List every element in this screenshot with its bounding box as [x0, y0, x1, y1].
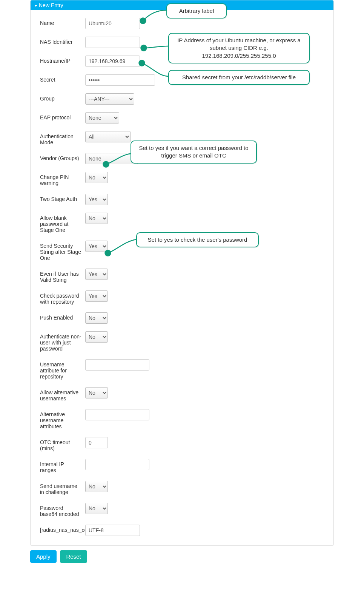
label-nas-identifier: NAS Identifier [40, 37, 85, 45]
allow-blank-select[interactable]: No [85, 213, 108, 224]
label-pwd-b64: Password base64 encoded [40, 503, 85, 517]
eap-select[interactable]: None [85, 112, 119, 124]
label-otc-timeout: OTC timeout (mins) [40, 437, 85, 451]
callout-secret: Shared secret from your /etc/raddb/serve… [168, 70, 310, 85]
apply-button[interactable]: Apply [30, 550, 57, 563]
alt-user-attr-input[interactable] [85, 409, 149, 420]
panel-title: New Entry [39, 2, 63, 8]
change-pin-select[interactable]: No [85, 172, 108, 183]
auth-mode-select[interactable]: All [85, 131, 131, 142]
label-name: Name [40, 18, 85, 26]
label-secret: Secret [40, 74, 85, 83]
panel-body: Arbitrary label IP Address of your Ubunt… [31, 10, 333, 545]
label-even-if-valid: Even if User has Valid String [40, 269, 85, 283]
label-group: Group [40, 93, 85, 102]
label-vendor: Vendor (Groups) [40, 153, 85, 161]
pwd-b64-select[interactable]: No [85, 503, 108, 514]
two-stage-select[interactable]: Yes [85, 194, 108, 205]
caret-down-icon [34, 5, 37, 7]
label-auth-nonuser: Authenticate non-user with just password [40, 331, 85, 352]
label-allow-blank: Allow blank password at Stage One [40, 213, 85, 233]
button-bar: Apply Reset [30, 550, 334, 563]
label-allow-alt-user: Allow alternative usernames [40, 387, 85, 402]
label-username-attr: Username attribute for repository [40, 359, 85, 380]
label-alt-user-attr: Alternative username attributes [40, 409, 85, 429]
username-attr-input[interactable] [85, 359, 149, 371]
group-select[interactable]: ---ANY--- [85, 93, 134, 105]
hostname-input[interactable] [85, 56, 140, 67]
otc-timeout-input[interactable] [85, 437, 108, 448]
auth-nonuser-select[interactable]: No [85, 331, 108, 343]
label-internal-ip: Internal IP ranges [40, 459, 85, 473]
codepage-input[interactable] [85, 525, 140, 536]
label-push-enabled: Push Enabled [40, 312, 85, 321]
check-pwd-select[interactable]: Yes [85, 290, 108, 302]
label-hostname: Hostname/IP [40, 56, 85, 64]
allow-alt-user-select[interactable]: No [85, 387, 108, 398]
send-sec-string-select[interactable]: Yes [85, 241, 108, 252]
label-send-user-chal: Send username in challenge [40, 481, 85, 495]
label-eap: EAP protocol [40, 112, 85, 120]
even-if-valid-select[interactable]: Yes [85, 269, 108, 280]
new-entry-panel: New Entry Arbitrary label IP Address of … [30, 0, 334, 546]
reset-button[interactable]: Reset [60, 550, 87, 563]
callout-arbitrary-label: Arbitrary label [166, 3, 227, 19]
internal-ip-input[interactable] [85, 459, 149, 470]
secret-input[interactable] [85, 74, 155, 86]
nas-identifier-input[interactable] [85, 37, 140, 48]
vendor-select[interactable]: None [85, 153, 138, 164]
name-input[interactable] [85, 18, 140, 29]
label-codepage: [radius_nas_nas_codepage] [40, 525, 85, 533]
callout-two-stage: Set to yes if you want a correct passwor… [131, 141, 257, 164]
label-change-pin: Change PIN warning [40, 172, 85, 186]
callout-check-pwd: Set to yes to check the user's password [136, 232, 259, 247]
label-two-stage: Two Stage Auth [40, 194, 85, 202]
callout-ip-address: IP Address of your Ubuntu machine, or ex… [168, 33, 310, 63]
label-send-sec-string: Send Security String after Stage One [40, 241, 85, 261]
label-check-pwd: Check password with repository [40, 290, 85, 305]
push-enabled-select[interactable]: No [85, 312, 108, 324]
label-auth-mode: Authentication Mode [40, 131, 85, 145]
send-user-chal-select[interactable]: No [85, 481, 108, 492]
